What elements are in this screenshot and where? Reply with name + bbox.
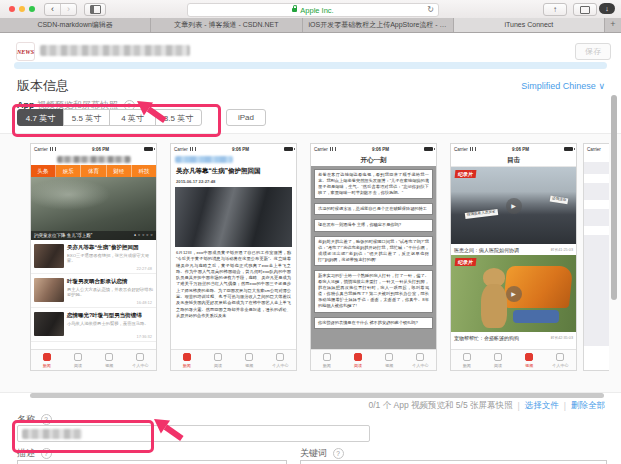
- category-tab-entertainment[interactable]: 娱乐: [56, 165, 81, 177]
- battery-icon: [284, 147, 293, 152]
- tab-read[interactable]: 阅读: [482, 350, 513, 370]
- language-selector[interactable]: Simplified Chinese ∨: [521, 81, 605, 91]
- annotation-box-name-input: [12, 420, 154, 453]
- tab-video[interactable]: 视频: [234, 350, 265, 370]
- device-tab-ipad[interactable]: iPad: [226, 109, 266, 126]
- description-textarea[interactable]: [17, 460, 287, 464]
- screenshot-settings-partial[interactable]: Carrier: [583, 143, 609, 371]
- tab-video[interactable]: 视频: [94, 350, 125, 370]
- tab-news[interactable]: 新闻: [311, 350, 342, 370]
- video-duration: 时长42:35:03: [551, 335, 573, 340]
- tab-label: 个人中心: [265, 363, 296, 368]
- battery-icon: [144, 147, 153, 152]
- new-tab-button[interactable]: +: [605, 18, 621, 32]
- tab-overview-button[interactable]: [573, 3, 597, 16]
- news-title: 叶璇男友晒合影承认恋情: [67, 278, 153, 285]
- joke-card[interactable]: 新来实习的护士给一个熟睡的病人打针，打了一针，偏了。看病人没醒，悄悄地拔出来重打…: [314, 270, 433, 313]
- play-icon[interactable]: ▶: [506, 198, 522, 214]
- save-button[interactable]: 保存: [575, 43, 611, 60]
- news-desc: 小鸟依人地依偎男士的臂膀，亲密压马路。: [67, 321, 153, 327]
- category-tab-finance[interactable]: 财经: [107, 165, 132, 177]
- share-button[interactable]: ↑: [543, 3, 567, 16]
- play-icon[interactable]: ▶: [506, 286, 522, 302]
- forward-button[interactable]: ›: [60, 4, 76, 15]
- tab-video[interactable]: 视频: [374, 350, 405, 370]
- joke-card[interactable]: 老爸在客厅边抽烟边看电视，看到我回来了顺手递给我一支。我刚点上烟老爸突然扭头发微…: [314, 169, 433, 199]
- vertical-scrollbar[interactable]: [611, 95, 617, 300]
- tab-label: 视频: [374, 363, 405, 368]
- video-thumbnail-dog[interactable]: 纪录片 ▶: [451, 255, 576, 332]
- keywords-input[interactable]: [300, 460, 607, 464]
- video-duration: 时长41:25:03: [551, 247, 573, 252]
- browser-tab-appstore-tutorial[interactable]: iOS开发零基础教程之上传AppStore流程 - 张更…: [303, 18, 454, 32]
- annotation-box-device-tabs: [12, 104, 221, 137]
- browser-tab-itunes-connect[interactable]: iTunes Connect: [454, 18, 605, 32]
- screenshot-article-detail[interactable]: Carrier 9:06 PM 吴亦凡等靠“生病”偷护照回国 2015-06-1…: [170, 143, 297, 371]
- tab-profile[interactable]: 个人中心: [405, 350, 436, 370]
- news-list-item[interactable]: 叶璇男友晒合影承认恋情 男主人公大方承认恋情，并表示会好好珍惜和爱护她。 16:…: [31, 274, 156, 308]
- tab-profile[interactable]: 个人中心: [125, 350, 156, 370]
- browser-toolbar: ‹ › Apple Inc. ↻ ↑ ↓: [0, 0, 621, 19]
- phone-tab-bar: 新闻 阅读 视频 个人中心: [171, 349, 296, 370]
- tab-video[interactable]: 视频: [514, 350, 545, 370]
- screenshot-jokes[interactable]: Carrier 9:06 PM 开心一刻 老爸在客厅边抽烟边看电视，看到我回来了…: [310, 143, 437, 371]
- battery-icon: [424, 147, 433, 152]
- joke-card[interactable]: 现在发布一则通缉令 主播，你确定不是你吗?: [314, 219, 433, 231]
- address-bar[interactable]: Apple Inc. ↻: [187, 3, 439, 17]
- news-list-item[interactable]: 恋情曝光?叶璇与型男当街缠绵 小鸟依人地依偎男士的臂膀，亲密压马路。 17:36…: [31, 308, 156, 342]
- horizontal-scrollbar[interactable]: [30, 393, 604, 398]
- joke-card[interactable]: 老妈前天就出差了，晚饭的时候随口问我：“试考完了吗?”我说：“考完了!”光说完老…: [314, 236, 433, 266]
- tab-news[interactable]: 新闻: [31, 350, 62, 370]
- screenshot-videos[interactable]: Carrier 9:06 PM 目击 纪录片 保障医务人员安全 还我生命 ▶ 医…: [450, 143, 577, 371]
- category-tab-tech[interactable]: 科技: [132, 165, 156, 177]
- screenshot-news-home[interactable]: Carrier 9:06 PM 头条 娱乐 体育 财经 科技 趵突泉水位下降 鱼…: [30, 143, 157, 371]
- reload-icon[interactable]: ↻: [427, 4, 434, 16]
- signal-icon: [330, 147, 337, 151]
- hero-caption-bar: 趵突泉水位下降 鱼儿“浮上殿” ● ○ ○ ○ ○: [31, 231, 156, 240]
- close-window-button[interactable]: [9, 6, 15, 12]
- news-title: 吴亦凡等靠“生病”偷护照回国: [67, 244, 153, 251]
- help-icon[interactable]: ?: [333, 448, 344, 459]
- video-thumbnail-protest[interactable]: 纪录片 保障医务人员安全 还我生命 ▶: [451, 167, 576, 244]
- tab-read[interactable]: 阅读: [62, 350, 93, 370]
- news-time: 17:36:32: [136, 334, 152, 339]
- read-tab-icon: [74, 353, 82, 361]
- browser-tab-article-list[interactable]: 文章列表 - 博客频道 - CSDN.NET: [151, 18, 302, 32]
- tab-profile[interactable]: 个人中心: [265, 350, 296, 370]
- lock-icon: [292, 8, 297, 12]
- minimize-window-button[interactable]: [19, 6, 25, 12]
- back-button[interactable]: ‹: [45, 4, 60, 15]
- nav-back-redacted: [175, 156, 233, 163]
- delete-all-link[interactable]: 删除全部: [571, 400, 605, 412]
- tab-profile[interactable]: 个人中心: [545, 350, 576, 370]
- browser-tab-csdn-markdown[interactable]: CSDN-markdown编辑器: [0, 18, 151, 32]
- settings-row: [584, 200, 609, 209]
- tab-news[interactable]: 新闻: [451, 350, 482, 370]
- choose-file-link[interactable]: 选择文件: [525, 400, 559, 412]
- joke-card[interactable]: 洗澡的时候调水温，总感觉自己是个正在破解保险箱的特工: [314, 203, 433, 215]
- article-title: 吴亦凡等靠“生病”偷护照回国: [171, 167, 296, 176]
- news-list-item[interactable]: 吴亦凡等靠“生病”偷护照回国 EXO三子退团各有绝招，张艺兴成留守大哥家。 22…: [31, 240, 156, 274]
- joke-card[interactable]: 你这惊讶的表情是在干什么 裤不就安静的瞅个锁孔吗?: [314, 317, 433, 329]
- itc-nav-bar[interactable]: [14, 62, 607, 69]
- downloads-button[interactable]: ↓: [599, 3, 615, 14]
- tab-news[interactable]: 新闻: [171, 350, 202, 370]
- category-tab-headlines[interactable]: 头条: [31, 165, 56, 177]
- status-bar: Carrier 9:06 PM: [31, 144, 156, 154]
- zoom-window-button[interactable]: [29, 6, 35, 12]
- settings-panel: [584, 162, 609, 346]
- app-name-redacted: [40, 45, 190, 56]
- screenshot-strip: Carrier 9:06 PM 头条 娱乐 体育 财经 科技 趵突泉水位下降 鱼…: [0, 133, 621, 393]
- category-tab-sports[interactable]: 体育: [81, 165, 106, 177]
- protest-sign: 保障医务人员安全: [465, 209, 498, 219]
- tab-read[interactable]: 阅读: [342, 350, 373, 370]
- carrier-label: Carrier: [587, 147, 601, 152]
- documentary-badge: 纪录片: [455, 170, 477, 178]
- tab-label: 视频: [234, 363, 265, 368]
- tab-read[interactable]: 阅读: [202, 350, 233, 370]
- sidebar-toggle-button[interactable]: [84, 3, 106, 16]
- hero-image[interactable]: 趵突泉水位下降 鱼儿“浮上殿” ● ○ ○ ○ ○: [31, 177, 156, 240]
- video-tab-icon: [385, 353, 393, 361]
- video-caption: 宠物帮帮忙：会搭帐篷的狗狗: [454, 335, 519, 341]
- profile-tab-icon: [136, 353, 144, 361]
